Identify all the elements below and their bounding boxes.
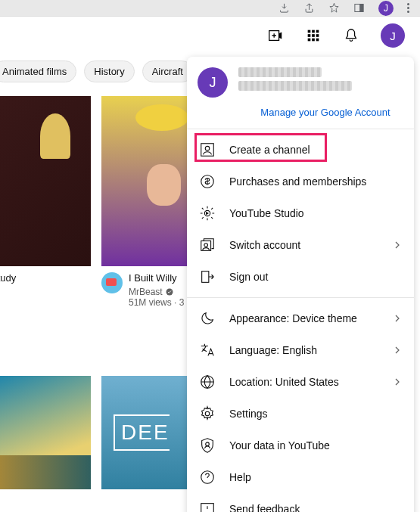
chip-animated-films[interactable]: Animated films (0, 61, 76, 82)
feedback-icon (199, 501, 216, 512)
menu-item-settings[interactable]: Settings (187, 398, 414, 430)
menu-item-signout[interactable]: Sign out (187, 261, 414, 293)
switch-account-icon (199, 237, 216, 253)
globe-icon (199, 374, 216, 390)
translate-icon (199, 342, 216, 358)
help-icon (199, 469, 216, 486)
chevron-right-icon (391, 376, 403, 388)
menu-item-your-data[interactable]: Your data in YouTube (187, 430, 414, 461)
menu-avatar: J (198, 67, 228, 98)
menu-item-help[interactable]: Help (187, 461, 414, 493)
video-card[interactable]: lax/study (0, 96, 91, 308)
bookmark-star-icon[interactable] (328, 2, 340, 14)
svg-rect-6 (308, 34, 311, 37)
chevron-right-icon (391, 344, 403, 356)
account-menu: J Manage your Google Account Create a ch… (187, 57, 414, 512)
signout-icon (199, 268, 216, 285)
svg-point-14 (205, 146, 210, 150)
svg-rect-3 (308, 30, 311, 33)
svg-rect-1 (359, 5, 363, 12)
menu-label: Your data in YouTube (229, 439, 330, 451)
account-avatar[interactable]: J (381, 23, 405, 48)
verified-icon (165, 287, 174, 296)
browser-profile-avatar[interactable]: J (378, 1, 394, 16)
menu-label: Location: United States (229, 376, 339, 388)
svg-rect-10 (312, 39, 315, 42)
shield-user-icon (199, 437, 216, 454)
gear-play-icon (199, 205, 216, 222)
download-icon[interactable] (278, 2, 290, 14)
channel-avatar[interactable] (101, 272, 123, 293)
create-icon[interactable] (267, 27, 284, 44)
video-title: lax/study (0, 272, 91, 285)
svg-rect-5 (316, 30, 319, 33)
browser-toolbar: J (0, 0, 420, 17)
thumbnail-text-overlay: DEE (114, 414, 170, 451)
video-channel[interactable]: MrBeast (129, 287, 184, 297)
account-menu-header: J (187, 57, 414, 104)
svg-rect-11 (316, 39, 319, 42)
manage-google-account-link[interactable]: Manage your Google Account (187, 104, 414, 129)
video-thumbnail[interactable] (0, 96, 91, 266)
menu-label: Create a channel (229, 144, 310, 156)
menu-item-studio[interactable]: YouTube Studio (187, 197, 414, 229)
browser-menu-icon[interactable] (407, 3, 409, 13)
svg-rect-8 (316, 34, 319, 37)
menu-item-purchases[interactable]: Purchases and memberships (187, 166, 414, 197)
menu-label: Sign out (229, 271, 268, 283)
svg-rect-9 (308, 39, 311, 42)
dollar-circle-icon (199, 173, 216, 190)
menu-label: Send feedback (229, 503, 300, 512)
menu-label: Appearance: Device theme (229, 312, 357, 324)
share-icon[interactable] (303, 2, 315, 14)
video-thumbnail[interactable] (0, 376, 91, 489)
menu-label: Purchases and memberships (229, 175, 366, 188)
gear-icon (199, 405, 216, 422)
menu-label: Switch account (229, 239, 300, 251)
moon-icon (199, 310, 216, 327)
menu-item-switch-account[interactable]: Switch account (187, 229, 414, 261)
svg-rect-19 (202, 272, 209, 283)
chip-history[interactable]: History (84, 61, 134, 82)
svg-point-21 (205, 411, 210, 416)
video-title: I Built Willy (129, 272, 184, 285)
svg-point-18 (204, 244, 208, 247)
menu-item-location[interactable]: Location: United States (187, 366, 414, 398)
sidepanel-icon[interactable] (353, 2, 365, 14)
chip-aircraft[interactable]: Aircraft (142, 61, 193, 82)
menu-item-create-channel[interactable]: Create a channel (187, 134, 414, 166)
user-name-blurred (238, 67, 322, 77)
chevron-right-icon (391, 312, 403, 324)
menu-label: Language: English (229, 344, 317, 356)
apps-grid-icon[interactable] (305, 27, 322, 44)
person-square-icon (199, 141, 216, 158)
menu-label: YouTube Studio (229, 207, 304, 219)
chevron-right-icon (391, 239, 403, 251)
video-stats: 51M views · 3 (129, 297, 184, 308)
menu-item-feedback[interactable]: Send feedback (187, 493, 414, 512)
notifications-icon[interactable] (343, 27, 359, 44)
user-email-blurred (238, 81, 352, 91)
menu-label: Help (229, 471, 251, 483)
youtube-header: J (0, 17, 420, 54)
svg-rect-7 (312, 34, 315, 37)
menu-label: Settings (229, 408, 268, 420)
svg-point-22 (206, 442, 210, 446)
menu-item-language[interactable]: Language: English (187, 334, 414, 366)
svg-rect-4 (312, 30, 315, 33)
menu-item-appearance[interactable]: Appearance: Device theme (187, 303, 414, 334)
